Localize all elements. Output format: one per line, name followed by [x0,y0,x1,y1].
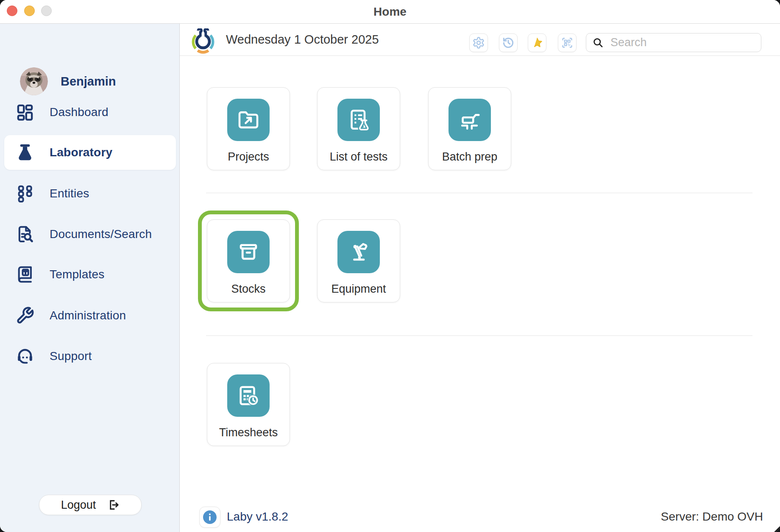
favorites-button[interactable] [528,33,546,52]
sidebar-item-dashboard[interactable]: Dashboard [4,95,176,130]
tile-label: Batch prep [429,150,511,163]
book-template-icon [15,265,35,284]
tile-label: Timesheets [207,426,290,439]
server-info: Server: Demo OVH [661,507,763,527]
sidebar-item-label: Dashboard [50,105,109,119]
logout-button[interactable]: Logout [39,495,142,515]
star-icon [531,36,543,49]
titlebar: Home [0,0,780,24]
window-title: Home [0,0,780,23]
main-header: Wednesday 1 October 2025 [180,24,780,56]
tile-projects[interactable]: Projects [207,87,290,170]
logout-icon [107,499,120,511]
history-button[interactable] [499,33,518,52]
test-list-icon [337,99,380,141]
current-date: Wednesday 1 October 2025 [226,24,379,55]
sidebar: Benjamin Dashboard Laborat [0,24,180,532]
qr-scan-icon [561,37,573,49]
qr-scan-button[interactable] [558,33,577,52]
logout-label: Logout [61,499,96,512]
about-info-button[interactable] [199,507,220,528]
projects-folder-icon [227,99,270,141]
sidebar-item-label: Support [50,349,92,363]
window-resize-handle[interactable] [774,526,780,532]
robot-arm-icon [337,231,380,273]
sidebar-item-label: Entities [50,187,89,200]
sidebar-item-label: Templates [50,268,104,281]
tile-label: Stocks [207,283,290,296]
sidebar-item-templates[interactable]: Templates [4,257,176,292]
sidebar-item-label: Documents/Search [50,227,152,241]
settings-button[interactable] [469,33,488,52]
entities-icon [15,184,35,203]
tile-batch-prep[interactable]: Batch prep [428,87,511,170]
search-box [586,33,761,52]
app-window: Home [0,0,780,532]
info-icon [202,510,217,525]
sidebar-item-laboratory[interactable]: Laboratory [4,135,176,170]
user-profile: Benjamin [20,67,116,95]
section-divider [206,193,752,193]
flask-icon [15,143,35,162]
tile-label: Projects [207,150,290,163]
sidebar-item-entities[interactable]: Entities [4,176,176,211]
laby-logo [191,28,215,55]
history-clock-icon [502,36,515,49]
tile-label: List of tests [318,150,400,163]
user-name: Benjamin [61,75,116,89]
section-divider [206,335,752,336]
search-icon [592,37,604,48]
dashboard-icon [15,103,35,122]
avatar [20,67,48,95]
app-version: Laby v1.8.2 [227,507,288,527]
tile-list-of-tests[interactable]: List of tests [317,87,400,170]
sidebar-item-documents-search[interactable]: Documents/Search [4,217,176,252]
sidebar-item-label: Laboratory [50,146,112,159]
batch-prep-icon [448,99,491,141]
document-search-icon [15,224,35,244]
sidebar-item-support[interactable]: Support [4,339,176,374]
tile-stocks[interactable]: Stocks [207,219,290,302]
stocks-archive-icon [227,231,270,273]
tile-equipment[interactable]: Equipment [317,219,400,302]
wrench-icon [15,306,35,325]
sidebar-item-administration[interactable]: Administration [4,298,176,333]
headset-icon [15,346,35,366]
timesheet-calculator-clock-icon [227,374,270,417]
search-input[interactable] [610,36,751,50]
sidebar-item-label: Administration [50,309,126,322]
tile-label: Equipment [318,283,400,296]
tile-timesheets[interactable]: Timesheets [207,363,290,446]
gear-icon [472,36,485,49]
